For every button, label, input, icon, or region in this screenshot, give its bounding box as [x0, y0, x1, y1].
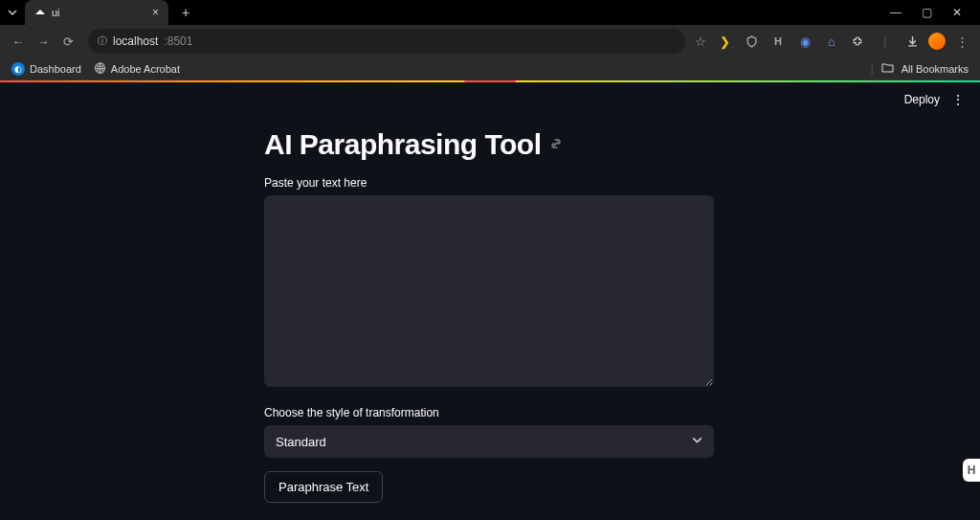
- select-label: Choose the style of transformation: [264, 406, 714, 419]
- site-info-icon[interactable]: ⓘ: [98, 34, 107, 48]
- textarea-label: Paste your text here: [264, 176, 714, 190]
- url-host: localhost: [113, 34, 158, 48]
- bookmark-label: Dashboard: [30, 63, 81, 75]
- url-port: :8501: [164, 34, 192, 48]
- extension-icon[interactable]: H: [768, 31, 789, 52]
- extension-icons: ❯ H ◉ ⌂ | ⋮: [714, 31, 972, 52]
- extension-icon[interactable]: ❯: [714, 31, 735, 52]
- maximize-button[interactable]: ▢: [919, 6, 934, 19]
- bookmarks-bar: ◐ Dashboard 🌐︎ Adobe Acrobat | All Bookm…: [0, 57, 980, 80]
- reload-button[interactable]: ⟳: [57, 31, 78, 52]
- bookmark-label: Adobe Acrobat: [111, 63, 180, 75]
- downloads-button[interactable]: [902, 31, 923, 52]
- chevron-down-icon: [8, 8, 17, 17]
- chevron-down-icon: [692, 435, 702, 448]
- address-bar-row: ← → ⟳ ⓘ localhost:8501 ☆ ❯ H ◉ ⌂ | ⋮: [0, 25, 980, 57]
- extension-icon[interactable]: ◉: [794, 31, 815, 52]
- window-controls: — ▢ ✕: [888, 6, 980, 19]
- tab-strip: ui × + — ▢ ✕: [0, 0, 980, 25]
- anchor-link-icon[interactable]: [549, 137, 563, 153]
- title-row: AI Paraphrasing Tool: [264, 128, 714, 161]
- new-tab-button[interactable]: +: [174, 1, 197, 24]
- separator: |: [871, 63, 874, 75]
- extensions-puzzle-icon[interactable]: [848, 31, 869, 52]
- main-content: AI Paraphrasing Tool Paste your text her…: [264, 128, 714, 503]
- minimize-button[interactable]: —: [888, 6, 903, 19]
- extension-icon[interactable]: ⌂: [821, 31, 842, 52]
- browser-menu-button[interactable]: ⋮: [951, 31, 972, 52]
- forward-button[interactable]: →: [33, 31, 54, 52]
- browser-chrome: ui × + — ▢ ✕ ← → ⟳ ⓘ localhost:8501 ☆ ❯ …: [0, 0, 980, 80]
- folder-icon: [881, 62, 894, 75]
- app-menu-button[interactable]: ⋮: [949, 92, 967, 107]
- bookmark-item[interactable]: 🌐︎ Adobe Acrobat: [95, 62, 180, 76]
- all-bookmarks-link[interactable]: All Bookmarks: [902, 63, 969, 75]
- streamlit-app: Deploy ⋮ AI Paraphrasing Tool Paste your…: [0, 82, 980, 520]
- select-value: Standard: [276, 435, 326, 449]
- close-window-button[interactable]: ✕: [949, 6, 965, 19]
- bookmark-favicon-icon: ◐: [11, 62, 25, 76]
- bookmark-star-button[interactable]: ☆: [695, 34, 706, 49]
- close-tab-button[interactable]: ×: [152, 6, 159, 19]
- tab-title: ui: [52, 7, 60, 18]
- divider: |: [875, 31, 896, 52]
- deploy-button[interactable]: Deploy: [904, 93, 940, 106]
- bookmark-right: | All Bookmarks: [871, 62, 969, 75]
- app-toolbar: Deploy ⋮: [0, 82, 980, 107]
- bookmark-item[interactable]: ◐ Dashboard: [11, 62, 81, 76]
- url-bar[interactable]: ⓘ localhost:8501: [88, 29, 685, 54]
- tab-search-button[interactable]: [4, 4, 21, 21]
- side-badge[interactable]: H: [963, 459, 980, 482]
- text-input[interactable]: [264, 195, 714, 387]
- page-title: AI Paraphrasing Tool: [264, 128, 542, 161]
- globe-icon: 🌐︎: [95, 62, 106, 76]
- back-button[interactable]: ←: [8, 31, 29, 52]
- style-select[interactable]: Standard: [264, 425, 714, 458]
- streamlit-favicon-icon: [34, 7, 46, 18]
- shield-icon[interactable]: [741, 31, 762, 52]
- profile-avatar[interactable]: [928, 33, 946, 50]
- browser-tab[interactable]: ui ×: [25, 0, 168, 25]
- paraphrase-button[interactable]: Paraphrase Text: [264, 471, 383, 503]
